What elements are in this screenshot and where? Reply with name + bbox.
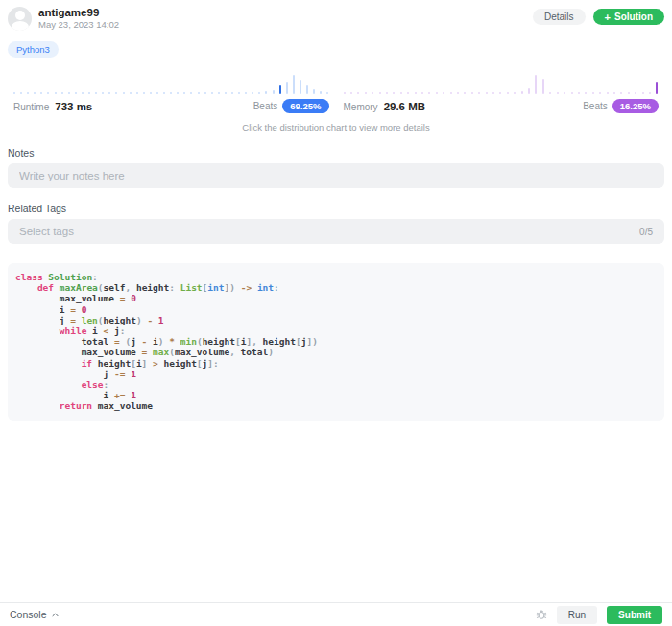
notes-field-container	[8, 163, 664, 188]
submission-timestamp: May 23, 2023 14:02	[38, 19, 119, 31]
runtime-beats-label: Beats	[253, 101, 278, 111]
code-block: class Solution: def maxArea(self, height…	[8, 263, 664, 421]
editor-footer-bar: Console Run Submit	[0, 602, 672, 626]
chart-hint-caption: Click the distribution chart to view mor…	[0, 122, 672, 132]
chevron-up-icon	[52, 612, 59, 618]
language-tag[interactable]: Python3	[8, 41, 59, 58]
avatar-person-icon	[12, 21, 29, 31]
post-solution-button[interactable]: + Solution	[593, 9, 664, 25]
console-toggle[interactable]: Console	[10, 609, 59, 620]
console-label: Console	[10, 609, 47, 620]
memory-distribution-chart[interactable]	[344, 65, 660, 94]
tags-counter: 0/5	[639, 227, 653, 237]
bug-icon	[536, 609, 547, 620]
submitted-code: class Solution: def maxArea(self, height…	[15, 272, 657, 412]
avatar[interactable]	[8, 7, 32, 31]
distribution-charts: Runtime 733 ms Beats 69.25% Memory 29.6 …	[0, 58, 672, 113]
details-button[interactable]: Details	[533, 9, 586, 25]
debug-button[interactable]	[536, 609, 547, 620]
user-info: antigame99 May 23, 2023 14:02	[8, 7, 119, 31]
tags-select-input[interactable]	[19, 226, 639, 237]
runtime-beats-badge: 69.25%	[282, 99, 328, 113]
memory-beats-label: Beats	[583, 101, 608, 111]
related-tags-label: Related Tags	[0, 188, 672, 219]
submit-button[interactable]: Submit	[607, 606, 662, 624]
plus-icon: +	[605, 12, 611, 22]
notes-label: Notes	[0, 132, 672, 163]
tags-field-container: 0/5	[8, 219, 664, 244]
avatar-person-icon	[15, 11, 25, 20]
username: antigame99	[38, 7, 119, 19]
memory-beats-badge: 16.25%	[612, 99, 659, 113]
runtime-value: 733 ms	[55, 101, 92, 112]
runtime-label: Runtime	[13, 102, 49, 112]
memory-value: 29.6 MB	[384, 101, 425, 112]
run-button[interactable]: Run	[557, 606, 597, 624]
runtime-distribution-chart[interactable]	[13, 65, 329, 94]
solution-button-label: Solution	[614, 12, 653, 22]
memory-label: Memory	[344, 102, 378, 112]
notes-input[interactable]	[19, 170, 653, 181]
submission-header: antigame99 May 23, 2023 14:02 Details + …	[0, 0, 672, 31]
